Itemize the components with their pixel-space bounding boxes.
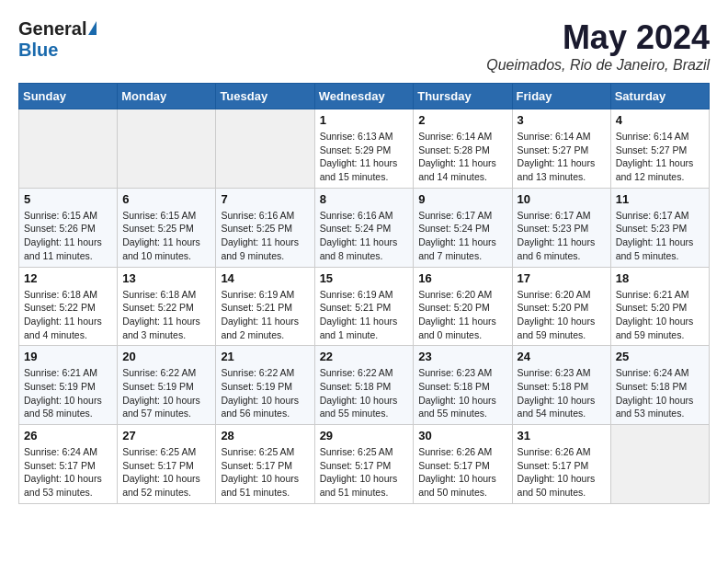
day-info: Sunrise: 6:21 AM Sunset: 5:19 PM Dayligh… xyxy=(24,366,112,420)
logo-triangle-icon xyxy=(88,21,97,35)
calendar-week-row: 5Sunrise: 6:15 AM Sunset: 5:26 PM Daylig… xyxy=(19,188,710,267)
calendar-cell: 2Sunrise: 6:14 AM Sunset: 5:28 PM Daylig… xyxy=(414,109,512,189)
day-number: 14 xyxy=(221,271,309,285)
calendar-cell: 5Sunrise: 6:15 AM Sunset: 5:26 PM Daylig… xyxy=(19,188,118,267)
calendar-cell: 16Sunrise: 6:20 AM Sunset: 5:20 PM Dayli… xyxy=(414,267,512,346)
day-number: 25 xyxy=(616,350,704,363)
day-info: Sunrise: 6:14 AM Sunset: 5:27 PM Dayligh… xyxy=(518,130,606,184)
calendar-cell: 20Sunrise: 6:22 AM Sunset: 5:19 PM Dayli… xyxy=(118,346,216,425)
day-number: 31 xyxy=(518,429,606,442)
day-number: 23 xyxy=(418,350,506,363)
day-info: Sunrise: 6:25 AM Sunset: 5:17 PM Dayligh… xyxy=(122,445,210,500)
weekday-header: Wednesday xyxy=(314,84,414,109)
day-info: Sunrise: 6:20 AM Sunset: 5:20 PM Dayligh… xyxy=(418,288,506,342)
day-info: Sunrise: 6:18 AM Sunset: 5:22 PM Dayligh… xyxy=(24,288,112,342)
weekday-header: Tuesday xyxy=(216,84,314,109)
calendar-cell: 21Sunrise: 6:22 AM Sunset: 5:19 PM Dayli… xyxy=(216,346,314,425)
calendar-week-row: 1Sunrise: 6:13 AM Sunset: 5:29 PM Daylig… xyxy=(19,109,710,189)
day-info: Sunrise: 6:15 AM Sunset: 5:26 PM Dayligh… xyxy=(24,209,112,263)
day-number: 12 xyxy=(24,271,112,285)
day-info: Sunrise: 6:25 AM Sunset: 5:17 PM Dayligh… xyxy=(221,445,309,500)
calendar-cell: 27Sunrise: 6:25 AM Sunset: 5:17 PM Dayli… xyxy=(118,425,216,504)
day-number: 3 xyxy=(518,113,606,127)
calendar-cell xyxy=(118,109,216,189)
calendar-cell: 18Sunrise: 6:21 AM Sunset: 5:20 PM Dayli… xyxy=(610,267,709,346)
calendar-cell: 6Sunrise: 6:15 AM Sunset: 5:25 PM Daylig… xyxy=(118,188,216,267)
day-info: Sunrise: 6:15 AM Sunset: 5:25 PM Dayligh… xyxy=(122,209,210,263)
day-number: 1 xyxy=(320,113,409,127)
calendar-cell: 23Sunrise: 6:23 AM Sunset: 5:18 PM Dayli… xyxy=(414,346,512,425)
calendar-cell: 7Sunrise: 6:16 AM Sunset: 5:25 PM Daylig… xyxy=(216,188,314,267)
logo: General Blue xyxy=(18,18,97,61)
day-info: Sunrise: 6:16 AM Sunset: 5:25 PM Dayligh… xyxy=(221,209,309,263)
calendar-week-row: 12Sunrise: 6:18 AM Sunset: 5:22 PM Dayli… xyxy=(19,267,710,346)
day-info: Sunrise: 6:18 AM Sunset: 5:22 PM Dayligh… xyxy=(122,288,210,342)
calendar-cell: 28Sunrise: 6:25 AM Sunset: 5:17 PM Dayli… xyxy=(216,425,314,504)
day-info: Sunrise: 6:24 AM Sunset: 5:18 PM Dayligh… xyxy=(616,366,704,420)
day-info: Sunrise: 6:26 AM Sunset: 5:17 PM Dayligh… xyxy=(418,445,506,500)
day-number: 9 xyxy=(418,192,506,206)
calendar-cell: 19Sunrise: 6:21 AM Sunset: 5:19 PM Dayli… xyxy=(19,346,118,425)
day-number: 26 xyxy=(24,429,112,442)
calendar-cell: 4Sunrise: 6:14 AM Sunset: 5:27 PM Daylig… xyxy=(610,109,709,189)
day-info: Sunrise: 6:17 AM Sunset: 5:23 PM Dayligh… xyxy=(518,209,606,263)
day-info: Sunrise: 6:14 AM Sunset: 5:28 PM Dayligh… xyxy=(418,130,506,184)
calendar-cell: 13Sunrise: 6:18 AM Sunset: 5:22 PM Dayli… xyxy=(118,267,216,346)
calendar-cell: 3Sunrise: 6:14 AM Sunset: 5:27 PM Daylig… xyxy=(512,109,610,189)
day-number: 13 xyxy=(122,271,210,285)
day-info: Sunrise: 6:25 AM Sunset: 5:17 PM Dayligh… xyxy=(320,445,409,500)
day-info: Sunrise: 6:22 AM Sunset: 5:19 PM Dayligh… xyxy=(122,366,210,420)
day-info: Sunrise: 6:17 AM Sunset: 5:24 PM Dayligh… xyxy=(418,209,506,263)
calendar-cell: 15Sunrise: 6:19 AM Sunset: 5:21 PM Dayli… xyxy=(314,267,414,346)
day-info: Sunrise: 6:23 AM Sunset: 5:18 PM Dayligh… xyxy=(518,366,606,420)
day-number: 6 xyxy=(122,192,210,206)
day-number: 19 xyxy=(24,350,112,363)
day-info: Sunrise: 6:17 AM Sunset: 5:23 PM Dayligh… xyxy=(616,209,704,263)
calendar-cell xyxy=(19,109,118,189)
calendar-cell xyxy=(610,425,709,504)
day-number: 8 xyxy=(320,192,409,206)
day-info: Sunrise: 6:26 AM Sunset: 5:17 PM Dayligh… xyxy=(518,445,606,500)
calendar-cell: 24Sunrise: 6:23 AM Sunset: 5:18 PM Dayli… xyxy=(512,346,610,425)
calendar-cell: 12Sunrise: 6:18 AM Sunset: 5:22 PM Dayli… xyxy=(19,267,118,346)
calendar-table: SundayMondayTuesdayWednesdayThursdayFrid… xyxy=(18,83,710,504)
day-number: 15 xyxy=(320,271,409,285)
calendar-cell: 10Sunrise: 6:17 AM Sunset: 5:23 PM Dayli… xyxy=(512,188,610,267)
weekday-header-row: SundayMondayTuesdayWednesdayThursdayFrid… xyxy=(19,84,710,109)
day-info: Sunrise: 6:16 AM Sunset: 5:24 PM Dayligh… xyxy=(320,209,409,263)
calendar-cell: 9Sunrise: 6:17 AM Sunset: 5:24 PM Daylig… xyxy=(414,188,512,267)
logo-blue: Blue xyxy=(18,40,58,60)
calendar-cell: 29Sunrise: 6:25 AM Sunset: 5:17 PM Dayli… xyxy=(314,425,414,504)
day-number: 22 xyxy=(320,350,409,363)
calendar-cell: 30Sunrise: 6:26 AM Sunset: 5:17 PM Dayli… xyxy=(414,425,512,504)
day-number: 11 xyxy=(616,192,704,206)
day-number: 5 xyxy=(24,192,112,206)
logo-general: General xyxy=(18,18,86,40)
weekday-header: Friday xyxy=(512,84,610,109)
day-info: Sunrise: 6:24 AM Sunset: 5:17 PM Dayligh… xyxy=(24,445,112,500)
day-number: 4 xyxy=(616,113,704,127)
calendar-cell: 31Sunrise: 6:26 AM Sunset: 5:17 PM Dayli… xyxy=(512,425,610,504)
day-info: Sunrise: 6:20 AM Sunset: 5:20 PM Dayligh… xyxy=(518,288,606,342)
calendar-cell: 14Sunrise: 6:19 AM Sunset: 5:21 PM Dayli… xyxy=(216,267,314,346)
weekday-header: Saturday xyxy=(610,84,709,109)
calendar-title: May 2024 xyxy=(486,18,710,57)
calendar-week-row: 19Sunrise: 6:21 AM Sunset: 5:19 PM Dayli… xyxy=(19,346,710,425)
title-area: May 2024 Queimados, Rio de Janeiro, Braz… xyxy=(486,18,710,74)
day-info: Sunrise: 6:19 AM Sunset: 5:21 PM Dayligh… xyxy=(221,288,309,342)
day-number: 17 xyxy=(518,271,606,285)
day-info: Sunrise: 6:13 AM Sunset: 5:29 PM Dayligh… xyxy=(320,130,409,184)
calendar-cell: 11Sunrise: 6:17 AM Sunset: 5:23 PM Dayli… xyxy=(610,188,709,267)
day-number: 16 xyxy=(418,271,506,285)
calendar-week-row: 26Sunrise: 6:24 AM Sunset: 5:17 PM Dayli… xyxy=(19,425,710,504)
day-info: Sunrise: 6:21 AM Sunset: 5:20 PM Dayligh… xyxy=(616,288,704,342)
calendar-cell: 25Sunrise: 6:24 AM Sunset: 5:18 PM Dayli… xyxy=(610,346,709,425)
day-info: Sunrise: 6:14 AM Sunset: 5:27 PM Dayligh… xyxy=(616,130,704,184)
day-number: 18 xyxy=(616,271,704,285)
day-number: 2 xyxy=(418,113,506,127)
weekday-header: Sunday xyxy=(19,84,118,109)
day-number: 24 xyxy=(518,350,606,363)
day-number: 10 xyxy=(518,192,606,206)
weekday-header: Monday xyxy=(118,84,216,109)
calendar-cell: 1Sunrise: 6:13 AM Sunset: 5:29 PM Daylig… xyxy=(314,109,414,189)
